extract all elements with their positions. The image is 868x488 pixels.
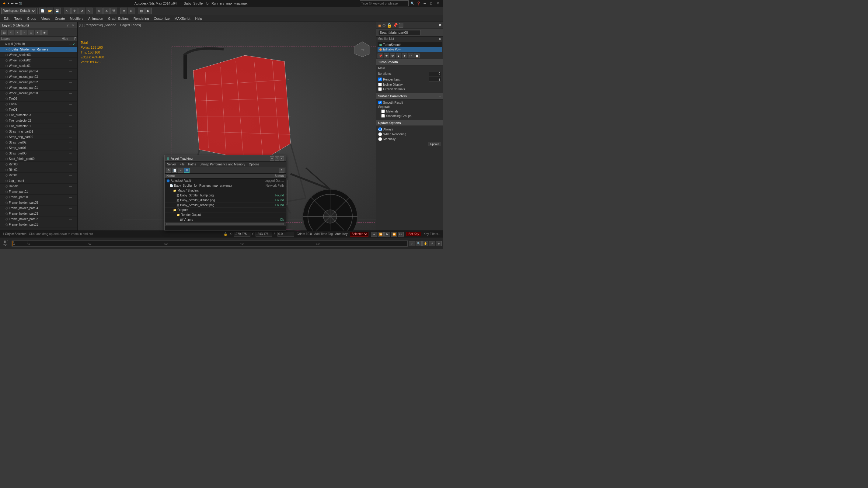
asset-tb-btn-1[interactable]: ⚙ bbox=[166, 168, 171, 173]
always-radio[interactable] bbox=[378, 127, 382, 131]
menu-graph-editors[interactable]: Graph Editors bbox=[105, 16, 131, 21]
layer-item-vis[interactable]: ― bbox=[69, 130, 72, 133]
layer-item[interactable]: ⬡ Frame_holder_part03 ― bbox=[0, 211, 77, 217]
go-end-btn[interactable]: ⏭ bbox=[398, 232, 404, 236]
stack-visibility-btn[interactable]: 👁 bbox=[384, 54, 389, 58]
key-filters-btn[interactable]: Key Filters... bbox=[424, 232, 440, 236]
layer-item[interactable]: ⬡ Tire02 ― bbox=[0, 102, 77, 107]
set-key-btn[interactable]: Set Key bbox=[406, 232, 421, 236]
key-filter-select[interactable]: Selected bbox=[350, 232, 368, 236]
menu-tools[interactable]: Tools bbox=[12, 16, 25, 21]
asset-row[interactable]: 📁 Maps / Shaders bbox=[164, 188, 286, 193]
asset-close-btn[interactable]: ✕ bbox=[280, 156, 284, 161]
layer-item-vis[interactable]: ― bbox=[69, 70, 72, 73]
layer-item[interactable]: ⬡ Strap_part02 ― bbox=[0, 140, 77, 145]
menu-rendering[interactable]: Rendering bbox=[131, 16, 152, 21]
move-btn[interactable]: ✛ bbox=[71, 8, 78, 14]
layer-item[interactable]: ⬡ Tire_protector03 ― bbox=[0, 112, 77, 118]
layer-item-vis[interactable]: ― bbox=[69, 64, 72, 67]
layer-item[interactable]: ▶▤ 0 (default) ― ✓ bbox=[0, 41, 77, 47]
layer-item[interactable]: ⬡ Tire_protector02 ― bbox=[0, 118, 77, 124]
layer-item[interactable]: ⬡ Rim03 ― bbox=[0, 162, 77, 167]
modifier-icon-5[interactable]: ⬛ bbox=[398, 23, 403, 28]
percent-snap-btn[interactable]: % bbox=[111, 8, 117, 14]
menu-edit[interactable]: Edit bbox=[1, 16, 12, 21]
layer-item[interactable]: ⬡ Wheel_mount_part03 ― bbox=[0, 74, 77, 80]
layer-item-check[interactable]: ✓ bbox=[72, 42, 76, 45]
layer-item-vis[interactable]: ― bbox=[69, 218, 72, 221]
save-btn[interactable]: 💾 bbox=[54, 8, 61, 14]
object-name-input[interactable] bbox=[378, 30, 421, 35]
layer-new-btn[interactable]: ▤ bbox=[1, 30, 7, 35]
select-btn[interactable]: ↖ bbox=[64, 8, 70, 14]
asset-row[interactable]: 🖼 Baby_Stroller_bump.png Found bbox=[164, 193, 286, 198]
layer-item-vis[interactable]: ― bbox=[69, 54, 72, 57]
layer-item-vis[interactable]: ― bbox=[69, 212, 72, 215]
layer-item-vis[interactable]: ― bbox=[69, 174, 72, 177]
layer-item-vis[interactable]: ― bbox=[69, 201, 72, 204]
layer-item-vis[interactable]: ― bbox=[69, 59, 72, 62]
menu-maxscript[interactable]: MAXScript bbox=[172, 16, 193, 21]
layer-item[interactable]: ⬡ Seat_fabric_part00 ― bbox=[0, 156, 77, 162]
zoom-extents-btn[interactable]: ⤢ bbox=[409, 241, 415, 246]
arc-rotate-btn[interactable]: ↺ bbox=[429, 241, 435, 246]
menu-group[interactable]: Group bbox=[25, 16, 39, 21]
layer-item[interactable]: ⬡ Strap_ring_part00 ― bbox=[0, 134, 77, 140]
layer-item-vis[interactable]: ― bbox=[69, 152, 72, 155]
iterations-input[interactable] bbox=[429, 71, 441, 76]
when-rendering-radio[interactable] bbox=[378, 132, 382, 136]
layer-item-vis[interactable]: ― bbox=[69, 42, 72, 45]
menu-modifiers[interactable]: Modifiers bbox=[67, 16, 86, 21]
layer-item-vis[interactable]: ― bbox=[69, 108, 72, 111]
explicit-normals-checkbox[interactable] bbox=[378, 87, 382, 91]
update-button[interactable]: Update bbox=[428, 142, 441, 146]
layer-item-vis[interactable]: ― bbox=[69, 141, 72, 144]
layer-item-vis[interactable]: ― bbox=[69, 190, 72, 193]
layer-item[interactable]: ⬡ Tire_protector01 ― bbox=[0, 124, 77, 129]
stack-move-up-btn[interactable]: ▲ bbox=[396, 54, 401, 58]
asset-row[interactable]: 🖼 V_.png Ok bbox=[164, 218, 286, 222]
layer-remove-selection-btn[interactable]: − bbox=[21, 30, 27, 35]
pan-btn[interactable]: ✋ bbox=[422, 241, 428, 246]
manually-radio[interactable] bbox=[378, 137, 382, 141]
layer-item-vis[interactable]: ― bbox=[69, 207, 72, 210]
render-iters-input[interactable] bbox=[429, 77, 441, 82]
asset-tb-btn-2[interactable]: 📄 bbox=[172, 168, 177, 173]
layer-item-vis[interactable]: ― bbox=[69, 136, 72, 139]
layer-item[interactable]: ⬡ Frame_holder_part01 ― bbox=[0, 222, 77, 227]
asset-row[interactable]: 🖼 Baby_Stroller_diffuse.png Found bbox=[164, 198, 286, 203]
go-start-btn[interactable]: ⏮ bbox=[371, 232, 377, 236]
layer-item-vis[interactable]: ― bbox=[69, 81, 72, 84]
update-options-header[interactable]: Update Options − bbox=[376, 120, 443, 126]
layer-item-vis[interactable]: ― bbox=[69, 185, 72, 188]
layer-item[interactable]: ▼⬡ Baby_Stroller_for_Runners ― bbox=[0, 47, 77, 52]
layer-item-vis[interactable]: ― bbox=[69, 103, 72, 106]
turbosmooth-section-header[interactable]: TurboSmooth − bbox=[376, 59, 443, 65]
layer-item[interactable]: ⬡ Strap_part00 ― bbox=[0, 151, 77, 156]
stack-pin-btn[interactable]: 📌 bbox=[378, 54, 383, 58]
asset-tb-help[interactable]: ? bbox=[279, 168, 284, 173]
new-btn[interactable]: 📄 bbox=[39, 8, 46, 14]
layer-item[interactable]: ⬡ Frame_holder_part02 ― bbox=[0, 217, 77, 222]
layer-item[interactable]: ⬡ Wheel_mount_part00 ― bbox=[0, 91, 77, 96]
toolbar-redo[interactable]: ↪ bbox=[15, 2, 18, 5]
layer-item[interactable]: ⬡ Frame_part00 ― bbox=[0, 195, 77, 200]
layer-item-vis[interactable]: ― bbox=[69, 180, 72, 183]
next-frame-btn[interactable]: ⏩ bbox=[391, 232, 397, 236]
layer-select-by-layer-btn[interactable]: ◉ bbox=[41, 30, 48, 35]
timeline-track[interactable]: 0 10 50 100 150 200 bbox=[11, 240, 408, 247]
layer-item[interactable]: ⬡ Wheel_spoke01 ― bbox=[0, 63, 77, 69]
menu-help[interactable]: Help bbox=[193, 16, 205, 21]
layer-panel-help[interactable]: ? bbox=[65, 23, 70, 28]
layer-btn[interactable]: ▤ bbox=[138, 8, 145, 14]
layer-item-vis[interactable]: ― bbox=[69, 147, 72, 150]
layer-move-down-btn[interactable]: ▼ bbox=[35, 30, 41, 35]
layer-item[interactable]: ⬡ Wheel_mount_part04 ― bbox=[0, 69, 77, 74]
layer-item[interactable]: ⬡ Handle ― bbox=[0, 184, 77, 189]
asset-tb-btn-4[interactable]: ⊞ bbox=[184, 168, 190, 173]
asset-menu-file[interactable]: File bbox=[178, 162, 186, 166]
asset-row[interactable]: 📁 Outputs bbox=[164, 208, 286, 213]
align-btn[interactable]: ⊞ bbox=[128, 8, 134, 14]
asset-minimize-btn[interactable]: ─ bbox=[270, 156, 274, 161]
modifier-panel-arrow[interactable]: ▶ bbox=[439, 23, 442, 28]
